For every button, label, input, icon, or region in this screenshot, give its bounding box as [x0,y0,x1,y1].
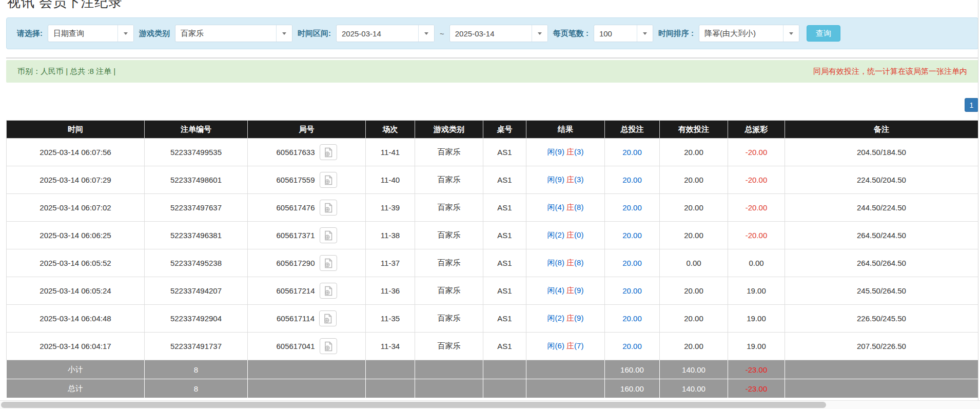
time-cell: 2025-03-14 06:07:02 [7,194,145,222]
chevron-down-icon[interactable] [276,25,292,42]
table-row: 2025-03-14 06:07:29522337498601605617559… [7,166,978,194]
game-type-select[interactable]: 百家乐 [175,25,292,42]
chevron-down-icon[interactable] [783,25,799,42]
valid-bet-cell: 20.00 [660,139,728,166]
total-bet-link[interactable]: 20.00 [605,249,660,277]
chevron-down-icon[interactable] [117,25,133,42]
player-result: 闲(9) [547,175,564,184]
result-cell: 闲(9) 庄(3) [526,139,605,166]
video-replay-button[interactable] [320,144,337,160]
video-replay-button[interactable] [319,310,337,326]
session-cell: 11-39 [366,194,415,222]
table-no-cell: AS1 [483,222,526,249]
query-type-value: 日期查询 [48,25,117,42]
column-header-9: 有效投注 [660,121,728,139]
query-type-select[interactable]: 日期查询 [48,25,134,42]
payout-cell: 19.00 [728,305,785,333]
table-no-cell: AS1 [483,305,526,333]
total-bet-link[interactable]: 20.00 [605,194,660,222]
table-no-cell: AS1 [483,194,526,222]
bet-id-cell: 522337494207 [145,277,248,305]
page-1-button[interactable]: 1 [965,98,978,112]
valid-bet-cell: 20.00 [660,333,728,360]
chevron-down-icon[interactable] [418,25,434,42]
banker-result-value: (7) [574,341,583,350]
player-result: 闲(6) [547,341,564,350]
video-replay-icon [323,174,334,186]
total-bet-link[interactable]: 20.00 [605,333,660,360]
chevron-down-icon[interactable] [637,25,653,42]
horizontal-scrollbar[interactable] [0,400,980,409]
total-valid-bet: 140.00 [660,379,728,398]
video-replay-button[interactable] [320,283,337,299]
time-cell: 2025-03-14 06:07:29 [7,166,145,194]
filter-panel: 请选择: 日期查询 游戏类别 百家乐 时间区间: 2025-03-14 ~ 20… [6,17,978,49]
valid-bet-cell: 0.00 [660,249,728,277]
table-no-cell: AS1 [483,249,526,277]
banker-result-value: (9) [574,286,583,295]
session-cell: 11-36 [366,277,415,305]
date-from-select[interactable]: 2025-03-14 [336,25,435,42]
horizontal-scrollbar-thumb[interactable] [1,402,826,408]
banker-result-label: 庄 [566,314,574,322]
result-cell: 闲(9) 庄(3) [526,166,605,194]
video-replay-button[interactable] [320,227,337,243]
total-bet-link[interactable]: 20.00 [605,166,660,194]
column-header-6: 桌号 [483,121,526,139]
round-cell: 605617559 [248,166,366,194]
chevron-down-icon[interactable] [532,25,547,42]
subtotal-valid-bet: 140.00 [660,360,728,379]
remark-cell: 264.50/244.50 [785,222,978,249]
total-bet-link[interactable]: 20.00 [605,139,660,166]
table-no-cell: AS1 [483,139,526,166]
video-replay-button[interactable] [320,255,337,271]
result-cell: 闲(2) 庄(9) [526,305,605,333]
column-header-11: 备注 [785,121,978,139]
session-cell: 11-41 [366,139,415,166]
query-button[interactable]: 查询 [807,25,840,42]
column-header-2: 注单编号 [145,121,248,139]
table-header-row: 时间注单编号局号场次游戏类别桌号结果总投注有效投注总派彩备注 [7,121,978,139]
query-type-label: 请选择: [17,29,43,38]
payout-cell: -20.00 [728,222,785,249]
total-bet-link[interactable]: 20.00 [605,277,660,305]
video-replay-button[interactable] [320,338,337,354]
banker-result-value: (0) [574,230,583,239]
player-result: 闲(2) [547,230,564,239]
video-replay-button[interactable] [320,200,337,216]
round-number: 605617290 [276,259,315,267]
game-type-cell: 百家乐 [415,305,483,333]
bet-id-cell: 522337497637 [145,194,248,222]
time-cell: 2025-03-14 06:04:17 [7,333,145,360]
game-type-cell: 百家乐 [415,222,483,249]
time-sort-select[interactable]: 降幂(由大到小) [699,25,799,42]
table-summary: 小计 8 160.00 140.00 -23.00 总计 8 160.00 14… [7,360,978,398]
round-number: 605617476 [276,203,315,212]
bet-records-table: 时间注单编号局号场次游戏类别桌号结果总投注有效投注总派彩备注 2025-03-1… [6,120,978,398]
summary-note: 同局有效投注，统一计算在该局第一张注单内 [813,67,967,76]
valid-bet-cell: 20.00 [660,222,728,249]
session-cell: 11-38 [366,222,415,249]
valid-bet-cell: 20.00 [660,194,728,222]
banker-result-value: (8) [574,203,583,211]
subtotal-payout: -23.00 [728,360,785,379]
total-payout: -23.00 [728,379,785,398]
round-number: 605617633 [276,148,315,157]
video-replay-button[interactable] [320,172,337,188]
session-cell: 11-40 [366,166,415,194]
time-cell: 2025-03-14 06:07:56 [7,139,145,166]
total-bet-link[interactable]: 20.00 [605,222,660,249]
time-range-label: 时间区间: [298,29,331,38]
time-cell: 2025-03-14 06:06:25 [7,222,145,249]
video-replay-icon [323,147,334,158]
pagination: 1 [6,98,978,112]
banker-result-label: 庄 [566,147,574,156]
bet-id-cell: 522337499535 [145,139,248,166]
game-type-cell: 百家乐 [415,139,483,166]
game-type-cell: 百家乐 [415,249,483,277]
page-size-select[interactable]: 100 [594,25,653,42]
banker-result-value: (9) [574,314,583,322]
total-bet-link[interactable]: 20.00 [605,305,660,333]
table-row: 2025-03-14 06:07:02522337497637605617476… [7,194,978,222]
date-to-select[interactable]: 2025-03-14 [449,25,548,42]
